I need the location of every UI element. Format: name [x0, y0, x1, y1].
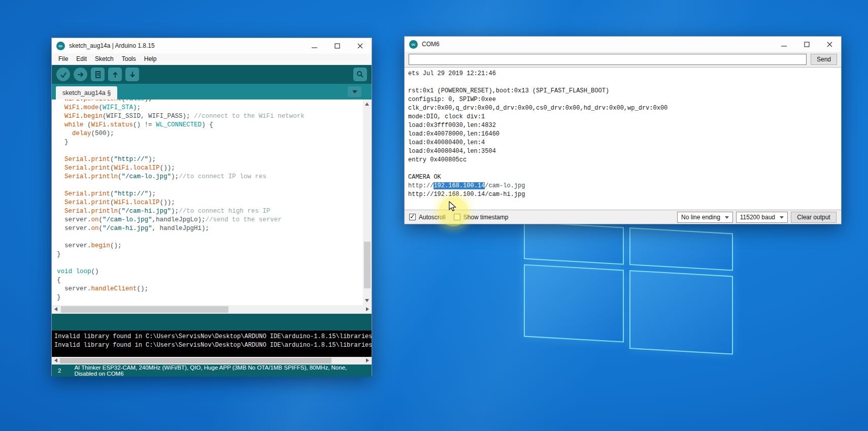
- vertical-scroll-thumb[interactable]: [364, 242, 371, 288]
- windows-logo: [524, 221, 733, 361]
- autoscroll-checkbox[interactable]: [409, 214, 416, 220]
- verify-check-icon: [60, 71, 67, 78]
- editor-vertical-scrollbar[interactable]: [363, 100, 372, 305]
- upload-button[interactable]: [74, 68, 87, 81]
- arduino-app-icon: ∞: [56, 42, 65, 50]
- windows-logo-pane: [524, 264, 624, 342]
- scroll-right-icon[interactable]: [366, 358, 369, 362]
- menu-file[interactable]: File: [54, 55, 72, 62]
- tab-menu-button[interactable]: [348, 86, 361, 97]
- serial-bottom-bar: Autoscroll Show timestamp No line ending…: [405, 210, 841, 224]
- serial-monitor-button[interactable]: [353, 68, 367, 81]
- close-button[interactable]: [818, 37, 841, 52]
- baud-rate-value: 115200 baud: [740, 214, 775, 221]
- verify-button[interactable]: [56, 68, 70, 81]
- baud-rate-select[interactable]: 115200 baud: [736, 212, 788, 223]
- chevron-down-icon: [780, 216, 784, 219]
- scroll-left-icon[interactable]: [54, 358, 57, 362]
- maximize-button[interactable]: [795, 37, 818, 52]
- mouse-cursor: [449, 201, 456, 214]
- upload-arrow-icon: [77, 71, 84, 78]
- code-text[interactable]: WiFi.persistent(false); WiFi.mode(WIFI_S…: [52, 100, 363, 305]
- windows-logo-pane: [629, 270, 733, 354]
- maximize-icon: [804, 42, 810, 47]
- arduino-toolbar: [52, 65, 372, 84]
- arduino-titlebar[interactable]: ∞ sketch_aug14a | Arduino 1.8.15: [52, 38, 372, 53]
- menu-sketch[interactable]: Sketch: [91, 55, 118, 62]
- arduino-statusbar: 2 AI Thinker ESP32-CAM, 240MHz (WiFi/BT)…: [52, 364, 372, 377]
- save-sketch-button[interactable]: [125, 68, 139, 81]
- arduino-tabbar: sketch_aug14a §: [52, 84, 372, 100]
- menu-tools[interactable]: Tools: [118, 55, 140, 62]
- editor-horizontal-scrollbar[interactable]: [52, 305, 372, 314]
- scroll-up-icon[interactable]: [365, 103, 369, 106]
- cursor-line-number: 2: [58, 368, 61, 374]
- windows-logo-pane: [524, 221, 624, 264]
- scroll-right-icon[interactable]: [366, 307, 369, 311]
- build-console: Invalid library found in C:\Users\Servis…: [52, 330, 372, 357]
- menu-edit[interactable]: Edit: [72, 55, 91, 62]
- serial-app-icon: ∞: [409, 40, 418, 49]
- close-icon: [827, 42, 832, 47]
- minimize-icon: [312, 43, 317, 49]
- save-down-arrow-icon: [129, 71, 136, 78]
- code-editor[interactable]: WiFi.persistent(false); WiFi.mode(WIFI_S…: [52, 100, 372, 305]
- console-scroll-thumb[interactable]: [60, 358, 331, 363]
- send-button[interactable]: Send: [811, 54, 837, 65]
- maximize-icon: [335, 43, 340, 49]
- board-info: AI Thinker ESP32-CAM, 240MHz (WiFi/BT), …: [74, 364, 365, 377]
- new-sketch-button[interactable]: [91, 68, 105, 81]
- serial-monitor-magnifier-icon: [356, 71, 364, 78]
- scroll-down-icon[interactable]: [365, 299, 369, 302]
- open-up-arrow-icon: [112, 71, 119, 78]
- scroll-left-icon[interactable]: [54, 307, 57, 311]
- windows-logo-pane: [629, 227, 733, 271]
- serial-output[interactable]: ets Jul 29 2019 12:21:46 rst:0x1 (POWERO…: [405, 67, 841, 210]
- sketch-tab[interactable]: sketch_aug14a §: [56, 86, 117, 100]
- horizontal-scroll-thumb[interactable]: [61, 306, 228, 313]
- chevron-down-icon: [725, 216, 729, 219]
- close-button[interactable]: [349, 38, 372, 53]
- console-header-band: [52, 314, 372, 330]
- minimize-button[interactable]: [773, 37, 795, 52]
- line-ending-value: No line ending: [681, 214, 720, 221]
- new-document-icon: [94, 71, 102, 78]
- minimize-button[interactable]: [303, 38, 326, 53]
- chevron-down-icon: [352, 90, 357, 93]
- menu-help[interactable]: Help: [140, 55, 161, 62]
- arduino-menubar: File Edit Sketch Tools Help: [52, 53, 372, 65]
- serial-send-row: Send: [405, 52, 841, 67]
- serial-monitor-window: ∞ COM6 Send ets Jul 29 2019 12:21:46 rst…: [404, 36, 842, 224]
- serial-titlebar[interactable]: ∞ COM6: [405, 37, 841, 52]
- open-sketch-button[interactable]: [108, 68, 122, 81]
- minimize-icon: [781, 42, 787, 47]
- serial-window-title: COM6: [422, 41, 440, 48]
- show-timestamp-label: Show timestamp: [463, 214, 509, 221]
- close-icon: [357, 43, 363, 49]
- serial-input[interactable]: [409, 54, 807, 65]
- maximize-button[interactable]: [326, 38, 349, 53]
- clear-output-button[interactable]: Clear output: [791, 212, 837, 223]
- line-ending-select[interactable]: No line ending: [677, 212, 733, 223]
- console-scrollbar[interactable]: [52, 357, 372, 364]
- arduino-window-title: sketch_aug14a | Arduino 1.8.15: [69, 42, 155, 49]
- arduino-ide-window: ∞ sketch_aug14a | Arduino 1.8.15 File Ed…: [51, 38, 372, 376]
- cursor-arrow-icon: [449, 201, 456, 212]
